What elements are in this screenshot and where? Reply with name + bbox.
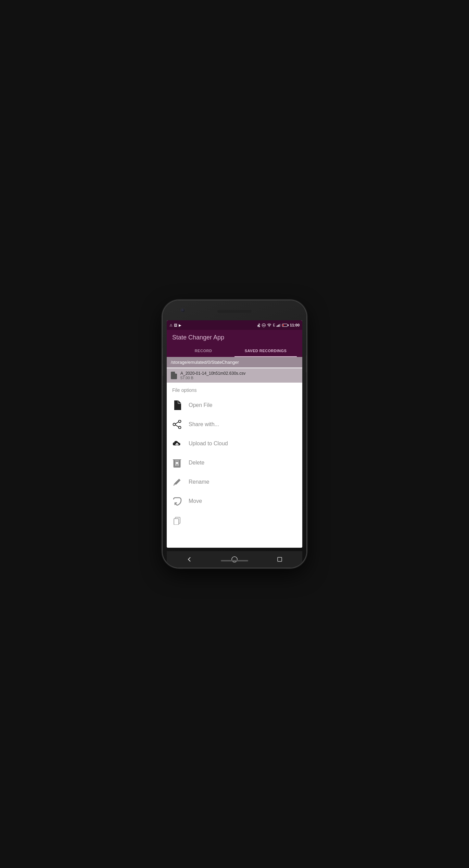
- svg-rect-5: [279, 324, 279, 327]
- menu-item-rename-label: Rename: [189, 479, 209, 485]
- volume-down-button[interactable]: [163, 364, 163, 376]
- status-system: E 11:00: [257, 323, 300, 327]
- bottom-sheet: File options Open File: [167, 383, 302, 548]
- svg-point-8: [173, 423, 176, 426]
- bluetooth-icon: [257, 323, 261, 327]
- menu-item-delete[interactable]: ✕ Delete: [167, 453, 302, 472]
- svg-point-7: [179, 420, 181, 423]
- status-notifications: ⚠ 🖼 ▶: [169, 323, 181, 327]
- status-time: 11:00: [290, 323, 300, 327]
- copy-icon: [172, 516, 182, 525]
- menu-item-share[interactable]: Share with...: [167, 415, 302, 434]
- menu-item-move-label: Move: [189, 498, 202, 504]
- file-small-icon: [171, 372, 177, 379]
- menu-item-rename[interactable]: Rename: [167, 472, 302, 492]
- svg-line-11: [175, 425, 179, 427]
- move-icon: [172, 496, 182, 506]
- phone-device: ⚠ 🖼 ▶: [163, 300, 306, 568]
- battery-icon: [282, 324, 289, 327]
- file-icon: [172, 400, 182, 410]
- storage-path: /storage/emulated/0/StateChanger: [171, 360, 298, 365]
- menu-item-open-file[interactable]: Open File: [167, 396, 302, 415]
- nav-home-button[interactable]: [228, 553, 241, 566]
- tab-bar: RECORD SAVED RECORDINGS: [172, 345, 297, 357]
- nav-bar: [167, 551, 302, 568]
- menu-item-share-label: Share with...: [189, 421, 219, 427]
- wifi-icon: [267, 323, 271, 327]
- no-entry-icon: [262, 323, 266, 327]
- home-bar: [221, 560, 248, 561]
- share-icon: [172, 420, 182, 429]
- svg-rect-23: [278, 557, 282, 561]
- svg-text:✕: ✕: [175, 460, 179, 466]
- app-title: State Changer App: [172, 334, 297, 341]
- alert-icon: ⚠: [169, 323, 173, 327]
- upload-cloud-icon: [172, 439, 182, 448]
- camera: [180, 308, 185, 313]
- svg-line-10: [175, 422, 179, 424]
- menu-list: Open File Share with...: [167, 396, 302, 548]
- svg-point-9: [179, 426, 181, 429]
- speaker: [217, 310, 252, 313]
- menu-item-move[interactable]: Move: [167, 492, 302, 511]
- svg-rect-6: [280, 324, 280, 327]
- nav-recents-button[interactable]: [273, 553, 287, 566]
- sheet-title: File options: [167, 383, 302, 396]
- edge-indicator: E: [273, 323, 275, 327]
- play-store-icon: ▶: [179, 323, 181, 327]
- status-bar: ⚠ 🖼 ▶: [167, 320, 302, 330]
- signal-icon: [277, 323, 281, 327]
- svg-rect-3: [277, 326, 277, 327]
- svg-rect-4: [278, 325, 278, 327]
- nav-back-button[interactable]: [182, 553, 196, 566]
- phone-screen: ⚠ 🖼 ▶: [167, 320, 302, 548]
- tab-saved-recordings[interactable]: SAVED RECORDINGS: [234, 345, 297, 357]
- menu-item-delete-label: Delete: [189, 460, 204, 466]
- menu-item-upload[interactable]: Upload to Cloud: [167, 434, 302, 453]
- file-name: A_2020-01-14_10h51m02.630s.csv: [180, 371, 298, 376]
- pencil-icon: [172, 477, 182, 487]
- svg-rect-21: [174, 519, 179, 525]
- delete-icon: ✕: [172, 458, 182, 468]
- tab-record[interactable]: RECORD: [172, 345, 234, 357]
- file-list-area: /storage/emulated/0/StateChanger: [167, 357, 302, 368]
- menu-item-copy[interactable]: [167, 511, 302, 530]
- file-info: A_2020-01-14_10h51m02.630s.csv 57.00 B: [180, 371, 298, 380]
- power-button[interactable]: [306, 355, 306, 372]
- app-bar: State Changer App RECORD SAVED RECORDING…: [167, 330, 302, 357]
- file-row[interactable]: A_2020-01-14_10h51m02.630s.csv 57.00 B: [167, 368, 302, 383]
- file-size: 57.00 B: [180, 376, 298, 380]
- image-notification-icon: 🖼: [174, 323, 177, 327]
- menu-item-open-file-label: Open File: [189, 402, 212, 408]
- svg-point-2: [269, 326, 270, 327]
- volume-up-button[interactable]: [163, 348, 163, 360]
- menu-item-upload-label: Upload to Cloud: [189, 441, 228, 447]
